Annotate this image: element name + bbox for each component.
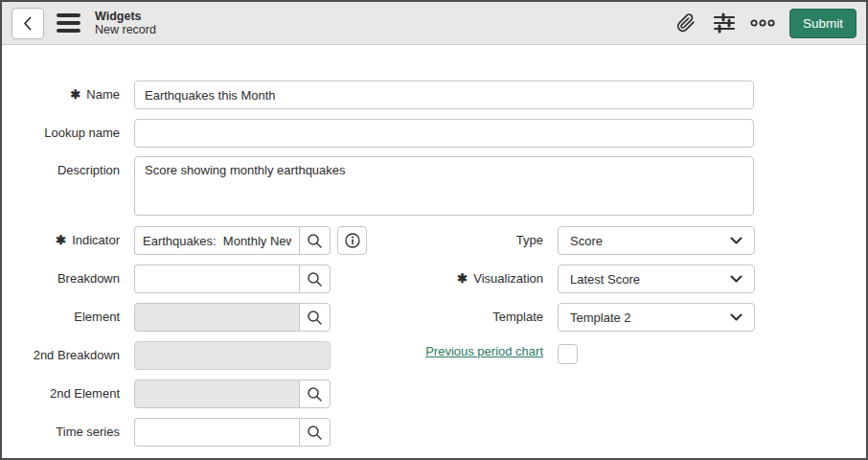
second-element-lookup-button[interactable] bbox=[299, 380, 331, 408]
indicator-lookup-button[interactable] bbox=[299, 226, 331, 255]
second-breakdown-label: 2nd Breakdown bbox=[2, 341, 120, 370]
second-element-reference-field bbox=[134, 380, 331, 408]
chevron-down-icon bbox=[730, 237, 742, 245]
breakdown-lookup-button[interactable] bbox=[299, 264, 331, 293]
visualization-label: ✱Visualization bbox=[414, 264, 543, 293]
template-select-value: Template 2 bbox=[570, 310, 730, 325]
previous-period-chart-checkbox[interactable] bbox=[558, 344, 578, 364]
breakdown-input[interactable] bbox=[134, 264, 299, 293]
chevron-down-icon bbox=[730, 275, 742, 284]
required-marker: ✱ bbox=[56, 233, 66, 247]
header-titles: Widgets New record bbox=[95, 10, 156, 37]
element-lookup-button[interactable] bbox=[299, 303, 331, 332]
breakdown-label: Breakdown bbox=[2, 264, 120, 293]
paperclip-icon bbox=[676, 13, 696, 33]
back-button[interactable] bbox=[11, 8, 44, 39]
visualization-select[interactable]: Latest Score bbox=[558, 264, 755, 293]
search-icon bbox=[307, 310, 323, 326]
indicator-input[interactable] bbox=[134, 226, 299, 255]
more-options-icon bbox=[749, 18, 776, 28]
search-icon bbox=[307, 271, 323, 288]
second-element-label: 2nd Element bbox=[2, 380, 120, 408]
element-reference-field bbox=[134, 303, 331, 332]
required-marker: ✱ bbox=[457, 271, 468, 286]
time-series-label: Time series bbox=[2, 418, 120, 447]
page-title: Widgets bbox=[95, 10, 156, 24]
type-select-value: Score bbox=[570, 234, 730, 248]
second-breakdown-input bbox=[134, 341, 331, 370]
time-series-lookup-button[interactable] bbox=[299, 418, 331, 447]
time-series-input[interactable] bbox=[134, 418, 299, 447]
indicator-reference-field bbox=[134, 226, 331, 255]
submit-button[interactable]: Submit bbox=[789, 9, 857, 38]
sliders-icon bbox=[713, 12, 736, 34]
required-marker: ✱ bbox=[70, 87, 80, 102]
search-icon bbox=[307, 425, 323, 441]
indicator-info-button[interactable] bbox=[337, 226, 367, 255]
type-label: Type bbox=[414, 226, 543, 255]
name-label: ✱Name bbox=[2, 80, 120, 109]
hamburger-menu-icon[interactable] bbox=[55, 10, 82, 36]
personalize-form-button[interactable] bbox=[709, 8, 740, 38]
page-subtitle: New record bbox=[95, 23, 156, 37]
chevron-down-icon bbox=[730, 313, 742, 322]
indicator-label: ✱Indicator bbox=[2, 226, 120, 255]
lookup-name-input[interactable] bbox=[134, 119, 754, 148]
element-label: Element bbox=[2, 303, 120, 332]
time-series-reference-field bbox=[134, 418, 331, 447]
breakdown-reference-field bbox=[134, 264, 331, 293]
visualization-select-value: Latest Score bbox=[570, 272, 730, 287]
description-textarea[interactable]: Score showing monthly earthquakes bbox=[134, 156, 754, 216]
previous-period-chart-link[interactable]: Previous period chart bbox=[414, 343, 543, 360]
search-icon bbox=[307, 233, 323, 249]
description-label: Description bbox=[2, 156, 120, 185]
header-right-group: Submit bbox=[671, 8, 857, 38]
header-left-group: Widgets New record bbox=[11, 8, 156, 39]
lookup-name-label: Lookup name bbox=[2, 119, 120, 148]
widgets-new-record-window: Widgets New record bbox=[0, 0, 868, 460]
second-element-input bbox=[134, 380, 299, 408]
element-input bbox=[134, 303, 299, 332]
search-icon bbox=[307, 386, 323, 402]
info-icon bbox=[344, 232, 361, 249]
form-header: Widgets New record bbox=[2, 2, 866, 45]
template-label: Template bbox=[414, 303, 543, 332]
name-input[interactable] bbox=[134, 80, 754, 109]
template-select[interactable]: Template 2 bbox=[558, 303, 755, 332]
chevron-left-icon bbox=[22, 16, 34, 31]
attachments-button[interactable] bbox=[671, 8, 701, 38]
more-options-button[interactable] bbox=[747, 8, 778, 38]
type-select[interactable]: Score bbox=[558, 226, 755, 255]
